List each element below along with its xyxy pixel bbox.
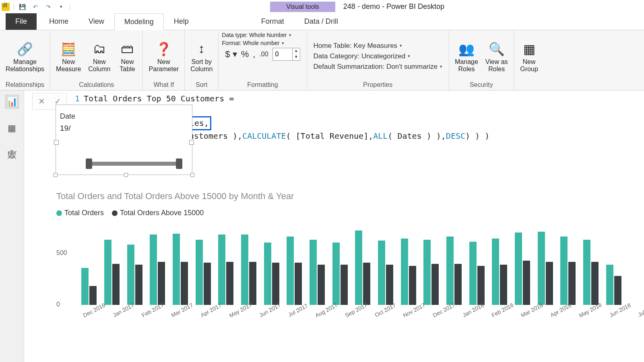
bar-group [194, 240, 212, 305]
redo-icon[interactable]: ↷ [43, 2, 53, 12]
decimal-icon[interactable]: .00 [259, 51, 268, 58]
tab-format[interactable]: Format [251, 13, 294, 30]
group-label [517, 80, 541, 89]
slider-thumb-left[interactable] [86, 158, 92, 169]
percent-button[interactable]: % [241, 49, 249, 60]
slider-track[interactable] [88, 162, 180, 166]
group-label: Sort [188, 80, 215, 89]
bar-group [103, 240, 121, 305]
tab-home[interactable]: Home [39, 13, 78, 30]
thousands-button[interactable]: , [253, 49, 255, 60]
app-title: 248 - demo - Power BI Desktop [343, 2, 444, 11]
tab-modeling[interactable]: Modeling [114, 13, 164, 30]
bar [332, 243, 340, 305]
bar [568, 262, 576, 305]
bar [423, 240, 431, 305]
bar [477, 266, 485, 305]
bar [81, 268, 89, 305]
group-label: What If [146, 80, 181, 89]
chart-title: Total Orders and Total Orders Above 1500… [56, 191, 628, 202]
new-parameter-button[interactable]: ❓New Parameter [146, 39, 181, 73]
group-label: Relationships [3, 80, 47, 89]
legend-label: Total Orders Above 15000 [120, 209, 204, 217]
line-number: 1 [71, 93, 80, 105]
ribbon-tabs: File Home View Modeling Help Format Data… [0, 13, 644, 30]
file-tab[interactable]: File [6, 13, 37, 30]
new-column-button[interactable]: 🗂New Column [86, 39, 113, 73]
bar [287, 237, 294, 305]
model-view-button[interactable]: 🕸 [5, 148, 19, 162]
bar-group [377, 241, 394, 305]
bar [241, 234, 248, 305]
bar-group [217, 234, 235, 305]
new-measure-button[interactable]: 🧮New Measure [54, 39, 83, 73]
bar [218, 234, 225, 305]
spinner-down-icon[interactable]: ▼ [293, 54, 300, 60]
report-view-button[interactable]: 📊 [5, 95, 19, 109]
date-slicer-visual[interactable]: Date 19/ [56, 105, 192, 175]
bar-group [286, 237, 303, 305]
home-table-dropdown[interactable]: Home Table: Key Measures▾ [314, 42, 442, 50]
manage-relationships-button[interactable]: 🔗 Manage Relationships [3, 39, 47, 73]
slicer-value: 19/ [56, 122, 192, 134]
manage-roles-button[interactable]: 👥Manage Roles [452, 39, 481, 73]
bar-group [514, 232, 531, 305]
bar-group [559, 237, 577, 305]
bar-group [537, 232, 554, 305]
bar-group [582, 240, 600, 305]
tab-data-drill[interactable]: Data / Drill [294, 13, 348, 30]
report-canvas: ✕ ✓ 1Total Orders Top 50 Customers = 2CO… [24, 90, 644, 362]
sort-by-column-button[interactable]: ↕Sort by Column [188, 39, 215, 73]
titlebar: | 💾 ↶ ↷ ▾ | Visual tools 248 - demo - Po… [0, 0, 644, 13]
chart-legend: Total Orders Total Orders Above 15000 [56, 209, 628, 217]
bar [226, 262, 233, 305]
bar [492, 239, 499, 305]
save-icon[interactable]: 💾 [18, 2, 27, 12]
summarization-dropdown[interactable]: Default Summarization: Don't summarize▾ [314, 63, 442, 71]
bar-group [331, 243, 349, 305]
bar [538, 232, 545, 305]
bar [89, 286, 97, 305]
bar-group [354, 230, 372, 305]
caret-down-icon: ▾ [408, 53, 410, 59]
data-category-dropdown[interactable]: Data Category: Uncategorized▾ [314, 52, 442, 60]
contextual-tab-header: Visual tools [270, 2, 335, 12]
undo-icon[interactable]: ↶ [31, 2, 40, 12]
datatype-dropdown[interactable]: Data type: Whole Number▾ [222, 32, 291, 38]
new-group-button[interactable]: ▦New Group [517, 39, 541, 73]
view-as-roles-button[interactable]: 🔍View as Roles [483, 39, 510, 73]
bar [249, 262, 256, 305]
relationships-icon: 🔗 [17, 40, 33, 58]
formula-cancel-button[interactable]: ✕ [34, 95, 49, 108]
view-rail: 📊 ▦ 🕸 [0, 90, 24, 362]
tab-view[interactable]: View [78, 13, 114, 30]
bar-group [80, 268, 98, 305]
caret-down-icon: ▾ [400, 43, 402, 48]
group-label: Security [452, 80, 510, 89]
column-icon: 🗂 [93, 40, 106, 58]
currency-button[interactable]: $ ▾ [225, 49, 237, 60]
data-view-button[interactable]: ▦ [5, 121, 19, 136]
bar [401, 239, 408, 305]
qat-dropdown-icon[interactable]: ▾ [56, 2, 66, 12]
decimals-spinner[interactable]: ▲▼ [272, 48, 300, 61]
bar-group [400, 239, 417, 305]
bar [318, 265, 325, 305]
orders-chart-visual[interactable]: Total Orders and Total Orders Above 1500… [56, 191, 628, 314]
bar [150, 234, 157, 305]
group-label: Calculations [54, 80, 139, 89]
tab-help[interactable]: Help [164, 13, 199, 30]
group-icon: ▦ [523, 40, 535, 58]
slider-thumb-right[interactable] [176, 158, 182, 169]
group-label: Formatting [222, 80, 303, 89]
bar-group [605, 265, 622, 305]
bar [606, 265, 613, 305]
viewas-icon: 🔍 [489, 40, 505, 58]
decimals-input[interactable] [273, 48, 292, 60]
format-dropdown[interactable]: Format: Whole number▾ [222, 40, 284, 46]
spinner-up-icon[interactable]: ▲ [293, 48, 300, 54]
y-tick: 500 [56, 249, 67, 257]
divider: | [13, 4, 14, 10]
new-table-button[interactable]: 🗃New Table [115, 39, 139, 73]
bar-group [423, 240, 440, 305]
